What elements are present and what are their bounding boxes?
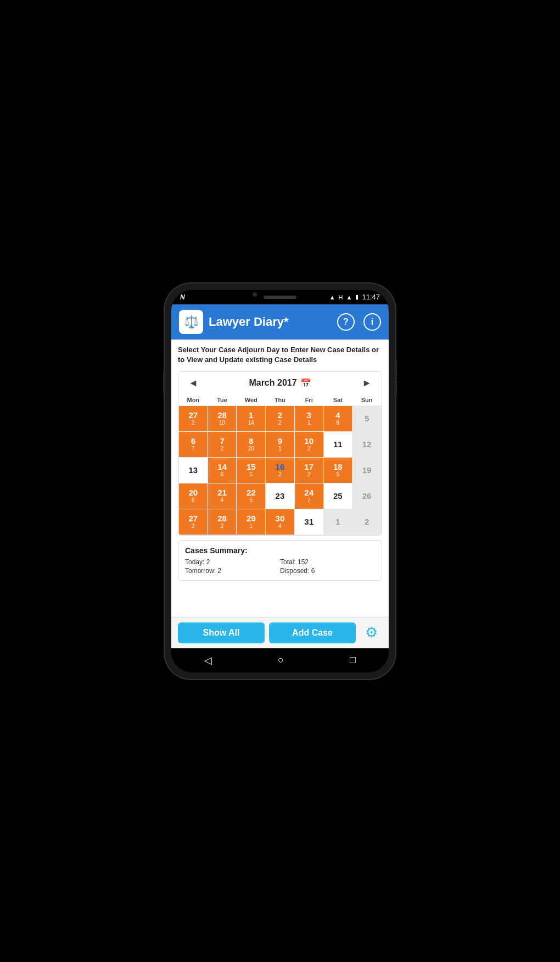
calendar-cell[interactable]: 214 <box>208 483 237 509</box>
calendar-cell[interactable]: 304 <box>266 509 295 535</box>
calendar-cell[interactable]: 19 <box>352 457 382 483</box>
cell-day-number: 31 <box>304 518 313 526</box>
cell-case-count: 2 <box>221 446 224 452</box>
calendar-cell[interactable]: 31 <box>294 509 323 535</box>
main-content: Select Your Case Adjourn Day to Enter Ne… <box>171 340 389 617</box>
cell-day-number: 7 <box>220 437 224 445</box>
cell-day-number: 24 <box>304 488 313 497</box>
cell-case-count: 4 <box>278 524 282 529</box>
calendar-cell[interactable]: 225 <box>237 483 266 509</box>
cell-case-count: 2 <box>307 472 311 477</box>
add-case-button[interactable]: Add Case <box>269 622 356 643</box>
calendar-table: Mon Tue Wed Thu Fri Sat Sun 272281011422… <box>178 394 382 535</box>
carrier-icon: N <box>180 293 185 301</box>
calendar-cell[interactable]: 102 <box>294 431 323 457</box>
calendar-cell[interactable]: 162 <box>266 457 295 483</box>
calendar-cell[interactable]: 31 <box>294 405 323 431</box>
calendar-cell[interactable]: 206 <box>179 483 208 509</box>
calendar-cell[interactable]: 2810 <box>208 405 237 431</box>
weekday-mon: Mon <box>179 394 208 406</box>
volume-up-button[interactable] <box>395 360 397 376</box>
calendar-cell[interactable]: 26 <box>352 483 382 509</box>
calendar-cell[interactable]: 291 <box>237 509 266 535</box>
cell-case-count: 20 <box>248 446 254 452</box>
cases-summary-title: Cases Summary: <box>185 546 375 555</box>
home-nav-button[interactable]: ○ <box>269 652 293 668</box>
volume-down-button[interactable] <box>395 380 397 396</box>
calendar-cell[interactable]: 146 <box>208 457 237 483</box>
cell-case-count: 2 <box>192 420 195 426</box>
front-camera <box>253 292 257 297</box>
calendar-cell[interactable]: 272 <box>179 509 208 535</box>
logo-emoji: ⚖️ <box>184 315 199 329</box>
cell-day-number: 11 <box>333 440 343 448</box>
calendar-cell[interactable]: 72 <box>208 431 237 457</box>
cell-day-number: 28 <box>217 514 227 522</box>
cell-case-count: 2 <box>192 524 195 529</box>
calendar-icon: 📅 <box>300 378 311 388</box>
info-button[interactable]: i <box>363 313 381 331</box>
cell-day-number: 17 <box>304 463 313 471</box>
cell-case-count: 10 <box>219 420 225 426</box>
total-count: Total: 152 <box>280 558 375 566</box>
calendar-cell[interactable]: 67 <box>179 431 208 457</box>
calendar-cell[interactable]: 91 <box>266 431 295 457</box>
cell-day-number: 9 <box>278 437 282 445</box>
calendar-cell[interactable]: 172 <box>294 457 323 483</box>
calendar-cell[interactable]: 1 <box>323 509 352 535</box>
calendar-cell[interactable]: 23 <box>266 483 295 509</box>
cell-case-count: 1 <box>278 446 282 452</box>
calendar-cell[interactable]: 185 <box>323 457 352 483</box>
cell-day-number: 1 <box>249 411 253 419</box>
calendar-cell[interactable]: 2 <box>352 509 382 535</box>
phone-screen: N ▲ H ▲ ▮ 11:47 ⚖️ Lawyer Diary* ? i <box>171 290 389 672</box>
app-logo: ⚖️ <box>179 310 203 334</box>
cell-day-number: 6 <box>191 437 195 445</box>
calendar-cell[interactable]: 12 <box>352 431 382 457</box>
calendar-cell[interactable]: 247 <box>294 483 323 509</box>
calendar-cell[interactable]: 282 <box>208 509 237 535</box>
calendar-container: ◄ March 2017 📅 ► Mon Tue Wed Thu <box>178 371 382 536</box>
calendar-cell[interactable]: 114 <box>237 405 266 431</box>
calendar-cell[interactable]: 272 <box>179 405 208 431</box>
calendar-week-row: 6772820911021112 <box>179 431 382 457</box>
calendar-cell[interactable]: 25 <box>323 483 352 509</box>
today-count: Today: 2 <box>185 558 280 566</box>
calendar-cell[interactable]: 5 <box>352 405 382 431</box>
power-button[interactable] <box>163 371 165 393</box>
calendar-cell[interactable]: 155 <box>237 457 266 483</box>
calendar-cell[interactable]: 22 <box>266 405 295 431</box>
calendar-week-row: 1314615516217218519 <box>179 457 382 483</box>
prev-month-button[interactable]: ◄ <box>184 376 203 390</box>
calendar-cell[interactable]: 820 <box>237 431 266 457</box>
status-right: ▲ H ▲ ▮ 11:47 <box>329 293 380 301</box>
help-button[interactable]: ? <box>337 313 355 331</box>
help-icon: ? <box>343 317 349 327</box>
cell-case-count: 5 <box>337 472 340 477</box>
cell-day-number: 21 <box>217 488 227 497</box>
app-title: Lawyer Diary* <box>209 315 328 329</box>
back-nav-button[interactable]: ◁ <box>195 652 221 669</box>
calendar-cell[interactable]: 11 <box>323 431 352 457</box>
cell-day-number: 2 <box>278 411 282 419</box>
cell-day-number: 1 <box>335 518 340 526</box>
cell-day-number: 30 <box>276 514 285 522</box>
bottom-bar: Show All Add Case ⚙ <box>171 617 389 648</box>
cell-case-count: 5 <box>249 472 253 477</box>
status-left: N <box>180 293 185 301</box>
cell-day-number: 13 <box>189 466 198 474</box>
phone-device: N ▲ H ▲ ▮ 11:47 ⚖️ Lawyer Diary* ? i <box>165 283 395 679</box>
cell-case-count: 2 <box>221 524 224 529</box>
instruction-text: Select Your Case Adjourn Day to Enter Ne… <box>178 345 382 367</box>
next-month-button[interactable]: ► <box>357 376 376 390</box>
cell-case-count: 1 <box>249 524 253 529</box>
calendar-cell[interactable]: 48 <box>323 405 352 431</box>
calendar-cell[interactable]: 13 <box>179 457 208 483</box>
settings-button[interactable]: ⚙ <box>360 622 382 644</box>
recents-nav-button[interactable]: □ <box>341 652 365 668</box>
show-all-button[interactable]: Show All <box>178 622 265 643</box>
cell-day-number: 16 <box>276 463 285 471</box>
month-label: March 2017 <box>249 378 296 388</box>
cell-day-number: 18 <box>333 463 343 471</box>
cell-day-number: 5 <box>365 414 369 422</box>
